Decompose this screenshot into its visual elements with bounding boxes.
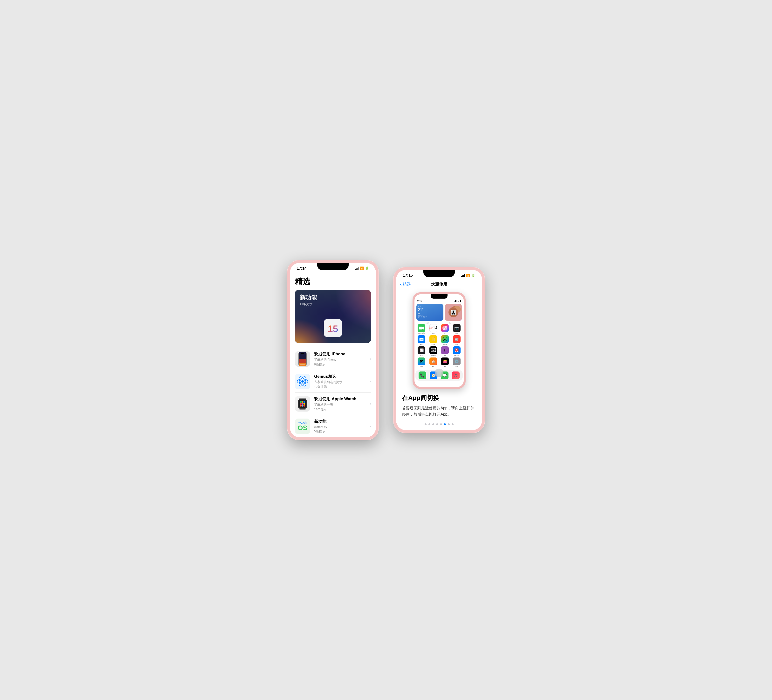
list-item-watch[interactable]: 欢迎使用 Apple Watch 了解您的手表 11条提示 › [295,393,371,415]
list-item-iphone[interactable]: 欢迎使用 iPhone 了解您的iPhone 9条提示 › [295,348,371,370]
app-facetime[interactable]: FaceTime通话 [416,324,427,334]
watch-subtitle: 了解您的手表 [314,402,366,407]
facetime-svg [419,326,424,330]
svg-point-26 [304,403,305,405]
app-maps[interactable]: 🗺 地图 [416,357,427,367]
right-time: 17:15 [403,273,413,277]
feature-desc: 若要返回到最近使用的App，请向上轻扫并停住，然后轻点以打开App。 [396,405,482,417]
maps-icon: 🗺 [418,357,425,365]
app-photos[interactable]: 照片 [440,324,450,334]
dot-1[interactable] [425,423,427,425]
dock-music[interactable]: 🎵 [452,372,460,379]
weather-icon: ☁️ [418,313,442,315]
right-battery-icon: 🔋 [471,274,475,277]
app-camera[interactable]: 📷 相机 [451,324,462,334]
detail-status-icons: ▲ ▮ [454,300,461,302]
podcast-icon: 🎙 [441,346,449,354]
app-photos2[interactable]: 🖼 摄影薄 [440,335,450,345]
battery-icon: 🔋 [365,267,369,270]
signal-icon [355,267,358,270]
wallet-icon: 👛 [441,357,449,365]
right-status-icons: 📶 🔋 [461,274,475,277]
photo-widget: 👩‍👧‍👦 [445,304,462,321]
back-button[interactable]: ‹ 精选 [400,282,411,287]
app-podcast[interactable]: 🎙 播客 [440,346,450,356]
app-calendar[interactable]: SEP 14 日历 [428,324,438,334]
app-grid-4: 🗺 地图 🏠 家庭 👛 钱包 [416,357,462,367]
dock-phone[interactable]: 📞 [419,372,426,379]
detail-signal [454,300,456,302]
list-item-genius[interactable]: Genius精选 专家精挑细选的提示 12条提示 › [295,370,371,393]
svg-text:👩‍👧‍👦: 👩‍👧‍👦 [450,310,456,315]
app-label-row-1: 天气 照片 [416,322,462,324]
tv-icon: tv [429,346,437,354]
svg-point-24 [300,403,302,405]
featured-list: 欢迎使用 iPhone 了解您的iPhone 9条提示 › [290,348,376,438]
podcast-label: 播客 [444,354,446,356]
facetime-icon [418,324,425,332]
watchos-title: 新功能 [314,419,366,425]
detail-phone-container: 9:41 ▲ ▮ [396,290,482,394]
dot-5[interactable] [440,423,442,425]
genius-icon [295,374,310,389]
app-stocks[interactable]: 📈 股票 [416,346,427,356]
right-phone: 17:15 📶 🔋 ‹ 精选 欢迎使用 [393,267,485,433]
left-notch [317,263,348,270]
music-icon: 🎵 [452,372,460,379]
memo-label: 备忘录 [431,343,435,345]
iphone-icon [295,351,310,367]
stocks-label: 股票 [420,354,423,356]
app-memo[interactable]: 📒 备忘录 [428,335,438,345]
app-home[interactable]: 🏠 家庭 [428,357,438,367]
left-status-icons: 📶 🔋 [355,267,369,270]
detail-time: 9:41 [417,300,422,302]
photos-label: 照片 [449,322,451,324]
weather-temp: 21° [418,308,442,312]
watchos-subtitle: watchOS 8 [314,425,366,429]
dot-4[interactable] [436,423,438,425]
detail-notch [431,294,448,298]
app-mail[interactable]: ✉️ 邮件 [416,335,427,345]
news-icon: 📰 [453,335,461,343]
app-settings[interactable]: ⚙️ 设置 [451,357,462,367]
settings-icon: ⚙️ [453,357,461,365]
app-store[interactable]: 🅰️ App Store [451,346,462,356]
svg-point-21 [300,401,302,403]
pagination-dots [396,423,482,430]
dot-3[interactable] [432,423,434,425]
svg-point-23 [304,401,305,403]
list-item-watchos[interactable]: watch OS 新功能 watchOS 8 5条提示 › [295,415,371,438]
weather-city: 北京 [418,305,442,308]
watch-count: 11条提示 [314,407,366,411]
iphone-subtitle: 了解您的iPhone [314,357,366,362]
calendar-label: 日历 [432,333,435,334]
photobook-icon: 🖼 [441,335,449,343]
dot-2[interactable] [429,423,430,425]
svg-point-27 [300,405,302,407]
detail-phone: 9:41 ▲ ▮ [412,292,466,389]
svg-point-29 [304,405,305,407]
hero-card[interactable]: 新功能 11条提示 15 [295,290,371,343]
appstore-label: App Store [454,354,460,356]
camera-icon: 📷 [453,324,461,332]
dot-7[interactable] [448,423,450,425]
watchos-logo: watch OS [298,421,307,431]
photos-icon [441,324,449,332]
mail-label: 邮件 [420,343,423,345]
app-wallet[interactable]: 👛 钱包 [440,357,450,367]
svg-point-28 [302,405,304,407]
app-tv[interactable]: tv Apple TV [428,346,438,356]
svg-rect-12 [300,364,305,365]
calendar-icon: SEP 14 [429,324,437,332]
feature-title: 在App间切换 [396,394,482,402]
dot-8[interactable] [451,423,453,425]
ios15-logo: 15 15 [324,319,342,338]
hero-count: 11条提示 [299,302,317,306]
tv-label: Apple TV [431,354,436,356]
app-grid-1: FaceTime通话 SEP 14 日历 [416,324,462,334]
dot-6-active[interactable] [444,423,446,425]
camera-label: 相机 [455,333,458,334]
app-grid-3: 📈 股票 tv Apple TV [416,346,462,356]
right-notch [424,270,455,277]
app-news[interactable]: 📰 新闻 [451,335,462,345]
